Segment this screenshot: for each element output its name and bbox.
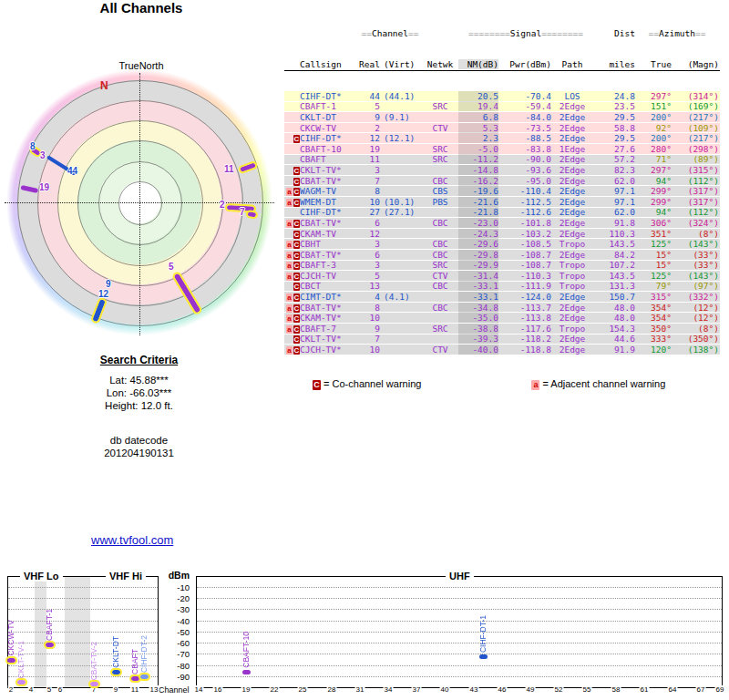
cell-azimuth-magn: (112°) [672, 207, 719, 217]
table-row: aCWAGM-TV8CBS-19.6-110.42Edge97.1299°(31… [284, 186, 720, 196]
cell-miles: 48.0 [593, 313, 635, 323]
adjacent-channel-warning-icon: a [286, 346, 293, 355]
warning-markers: aC [284, 250, 300, 260]
table-row: aCWMEM-DT10(10.1)PBS-21.6-112.52Edge97.1… [284, 197, 720, 207]
cell-callsign: CBAFT [300, 154, 358, 164]
cell-real: 6 [358, 250, 380, 260]
dbm-tick-label: -70 [162, 649, 190, 659]
cell-azimuth-magn: (12°) [672, 313, 719, 323]
cell-real: 3 [358, 260, 380, 270]
cell-path: 2Edge [551, 133, 593, 143]
warning-markers: aC [284, 292, 300, 302]
cell-path: Tropo [551, 271, 593, 281]
warning-markers: C [284, 176, 300, 186]
uhf-band-label: UHF [446, 571, 474, 582]
cell-nm: -40.0 [458, 345, 498, 355]
tvfool-report-page: All Channels TrueNorth N 83441911275912 … [0, 0, 729, 700]
radar-ring-outline [17, 80, 263, 326]
cell-miles: 29.5 [593, 133, 635, 143]
cell-miles: 143.5 [593, 271, 635, 281]
radar-north-label: N [100, 79, 108, 92]
cell-pwr: -83.8 [498, 144, 551, 154]
cell-callsign: CBAFT-10 [300, 144, 358, 154]
cell-azimuth-true: 120° [635, 345, 672, 355]
table-header-groups: ==Channel== ========Signal======== Dist … [284, 27, 720, 38]
table-row: aCCBAT-TV*8CBC-34.8-113.72Edge48.0354°(1… [284, 303, 720, 313]
spectrum-bar [7, 658, 15, 663]
cell-path: Tropo [551, 281, 593, 291]
spectrum-bar [242, 670, 251, 674]
channel-tick-label: 22 [270, 685, 280, 694]
adjacent-channel-warning-icon: a [286, 220, 293, 228]
cell-path: 2Edge [551, 218, 593, 228]
cell-azimuth-magn: (138°) [672, 345, 719, 355]
cell-real: 6 [358, 218, 380, 228]
cell-miles: 110.3 [593, 229, 635, 239]
radar-channel-label: 9 [106, 279, 111, 289]
site-link-wrap: www.tvfool.com [91, 533, 173, 547]
cell-netwk: CBC [422, 303, 458, 313]
cell-pwr: -113.8 [498, 313, 551, 323]
radar-channel-label: 7 [240, 207, 245, 217]
channel-tick-label: 34 [384, 685, 394, 694]
cell-callsign: CKAM-TV [300, 229, 358, 239]
spectrum-bar-label: CKLT-DT [111, 636, 120, 668]
radar-east-axis-line [5, 202, 274, 203]
spectrum-bar [112, 670, 120, 674]
warning-markers: C [284, 229, 300, 239]
cell-azimuth-true: 297° [635, 165, 672, 175]
tvfool-link[interactable]: www.tvfool.com [91, 533, 173, 547]
warning-markers: aC [284, 239, 300, 249]
cell-nm: -21.6 [458, 197, 498, 207]
cell-nm: -29.9 [458, 260, 498, 270]
longitude-value: Lon: -66.03*** [27, 386, 251, 399]
dbm-tick-label: -50 [162, 627, 190, 637]
cell-miles: 62.0 [593, 176, 635, 186]
cell-virt: (9.1) [380, 112, 422, 122]
channel-tick-label: 11 [130, 685, 139, 694]
cell-real: 9 [358, 112, 380, 122]
cell-azimuth-magn: (112°) [672, 176, 719, 186]
dbm-tick-label: -30 [162, 604, 190, 614]
spectrum-bar [46, 643, 54, 647]
cell-virt: (4.1) [380, 292, 422, 302]
cell-path: 1Edge [551, 144, 593, 154]
cell-real: 8 [358, 186, 380, 196]
cell-path: 2Edge [551, 165, 593, 175]
db-datecode-label: db datecode [27, 434, 251, 447]
cell-netwk: CTV [422, 271, 458, 281]
cell-nm: -29.8 [458, 250, 498, 260]
channel-tick-label: 16 [213, 685, 223, 694]
spectrum-bar [479, 654, 488, 659]
spectrum-bar [17, 680, 26, 685]
channel-tick-label: 49 [526, 685, 536, 694]
radar-channel-label: 44 [67, 166, 77, 176]
adjacent-channel-warning-icon: a [286, 262, 293, 270]
channel-tick-label: 43 [469, 685, 479, 694]
co-channel-warning-icon: C [313, 380, 321, 390]
dbm-axis-title: dBm [162, 570, 190, 581]
cell-pwr: -113.7 [498, 303, 551, 313]
cell-pwr: -117.6 [498, 324, 551, 334]
cell-azimuth-true: 299° [635, 186, 672, 196]
cell-nm: -14.8 [458, 165, 498, 175]
radar-title: All Channels [0, 0, 282, 15]
cell-netwk: CBC [422, 281, 458, 291]
table-row: aCCBAT-TV*6CBC-23.0-101.82Edge91.8306°(3… [284, 218, 720, 228]
channel-tick-label: 4 [28, 685, 34, 694]
co-channel-legend: C = Co-channel warning [312, 379, 421, 390]
channel-axis-title: Channel [159, 685, 193, 695]
cell-callsign: CBAT-TV* [300, 176, 358, 186]
co-channel-warning-icon: C [293, 241, 300, 249]
cell-azimuth-true: 354° [635, 313, 672, 323]
cell-real: 4 [358, 292, 380, 302]
radar-channel-label: 3 [40, 150, 46, 160]
vhf-lo-band-label: VHF Lo [20, 571, 63, 582]
radar-channel-label: 12 [98, 289, 108, 299]
cell-pwr: -112.6 [498, 207, 551, 217]
cell-callsign: CKLT-DT [300, 112, 358, 122]
cell-path: 2Edge [551, 197, 593, 207]
channel-tick-label: 19 [241, 685, 252, 694]
cell-azimuth-true: 94° [635, 176, 672, 186]
cell-netwk: SRC [422, 154, 458, 164]
